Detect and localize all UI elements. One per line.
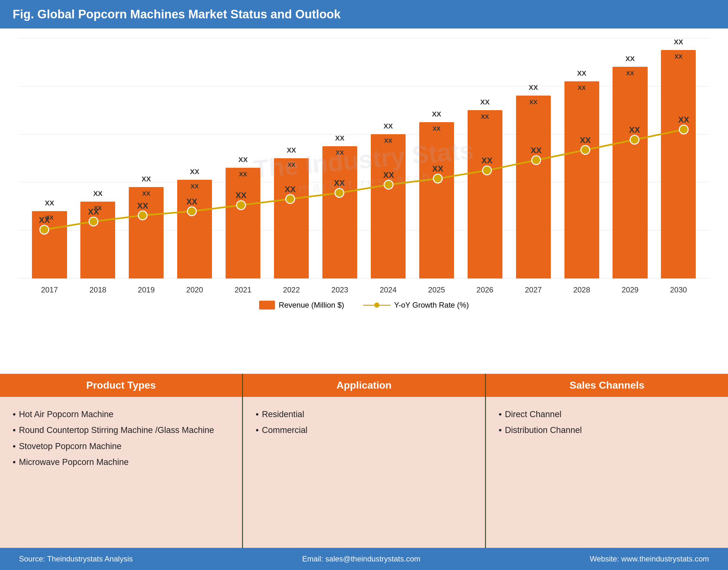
bar-value: XX [384, 137, 392, 144]
bar: XX [32, 211, 67, 279]
bar-group: XXXX [267, 38, 316, 279]
bar-top-label: XX [93, 190, 102, 198]
legend-revenue: Revenue (Million $) [259, 301, 344, 309]
legend-growth: Y-oY Growth Rate (%) [363, 301, 469, 309]
panel-product-types: Product Types Hot Air Popcorn MachineRou… [0, 374, 243, 548]
bar-group: XXXX [74, 38, 122, 279]
bar-group: XXXX [558, 38, 606, 279]
x-axis-label: 2030 [654, 285, 703, 294]
bar-group: XXXX [122, 38, 170, 279]
bar-group: XXXX [412, 38, 461, 279]
bar-top-label: XX [238, 156, 248, 164]
bar-group: XXXX [654, 38, 703, 279]
bar-top-label: XX [577, 69, 586, 77]
bar-group: XXXX [461, 38, 509, 279]
x-axis-label: 2018 [74, 285, 122, 294]
panel-sales-channels: Sales Channels Direct ChannelDistributio… [486, 374, 728, 548]
panel-application-content: ResidentialCommercial [243, 397, 485, 548]
chart-header: Fig. Global Popcorn Machines Market Stat… [0, 0, 728, 28]
list-item: Microwave Popcorn Machine [13, 454, 230, 470]
bar-top-label: XX [626, 55, 635, 63]
chart-legend: Revenue (Million $) Y-oY Growth Rate (%) [19, 297, 709, 315]
bar: XX [322, 146, 357, 279]
footer-website: Website: www.theindustrystats.com [590, 555, 709, 563]
bar-value: XX [336, 150, 344, 156]
x-axis-label: 2029 [606, 285, 654, 294]
legend-line-segment [363, 305, 374, 306]
chart-title: Fig. Global Popcorn Machines Market Stat… [13, 8, 341, 21]
list-item: Distribution Channel [498, 422, 715, 438]
main-container: Fig. Global Popcorn Machines Market Stat… [0, 0, 728, 570]
list-item: Round Countertop Stirring Machine /Glass… [13, 422, 230, 438]
bar-top-label: XX [287, 146, 296, 155]
footer-email: Email: sales@theindustrystats.com [302, 555, 420, 563]
bar-top-label: XX [190, 168, 199, 176]
chart-section: The Industry Stats market research XXXXX… [0, 28, 728, 374]
bar-value: XX [142, 190, 150, 197]
bar-group: XXXX [316, 38, 364, 279]
footer-source: Source: Theindustrystats Analysis [19, 555, 133, 563]
x-axis-label: 2022 [267, 285, 316, 294]
bar-top-label: XX [674, 38, 683, 46]
bar-value: XX [191, 183, 199, 190]
legend-line-segment2 [379, 305, 390, 306]
sales-channels-list: Direct ChannelDistribution Channel [498, 406, 715, 438]
bar-group: XXXX [170, 38, 219, 279]
x-axis-label: 2024 [364, 285, 412, 294]
bar: XX [177, 180, 212, 279]
legend-dot [374, 303, 379, 308]
bar: XX [419, 122, 454, 279]
x-axis-label: 2019 [122, 285, 170, 294]
x-axis-label: 2027 [509, 285, 558, 294]
bar-value: XX [287, 162, 295, 169]
list-item: Hot Air Popcorn Machine [13, 406, 230, 422]
x-axis-label: 2026 [461, 285, 509, 294]
bar-group: XXXX [364, 38, 412, 279]
bar-value: XX [481, 113, 489, 120]
bar-value: XX [626, 70, 634, 77]
bar: XX [371, 134, 406, 279]
panel-application: Application ResidentialCommercial [243, 374, 486, 548]
x-axis-label: 2020 [170, 285, 219, 294]
bottom-section: Product Types Hot Air Popcorn MachineRou… [0, 374, 728, 548]
bar-top-label: XX [480, 98, 489, 106]
bar: XX [226, 168, 260, 279]
bar: XX [129, 187, 163, 279]
x-axis-label: 2021 [219, 285, 267, 294]
product-types-list: Hot Air Popcorn MachineRound Countertop … [13, 406, 230, 470]
bar-top-label: XX [142, 175, 151, 183]
bar-top-label: XX [45, 199, 54, 207]
bar-value: XX [46, 214, 53, 221]
bar-value: XX [578, 84, 586, 91]
bars-area: XXXXXXXXXXXXXXXXXXXXXXXXXXXXXXXXXXXXXXXX… [19, 38, 709, 279]
bar: XX [468, 110, 502, 279]
bar: XX [565, 81, 599, 279]
x-axis-label: 2017 [25, 285, 74, 294]
panel-product-types-content: Hot Air Popcorn MachineRound Countertop … [0, 397, 242, 548]
x-axis-label: 2028 [558, 285, 606, 294]
footer: Source: Theindustrystats Analysis Email:… [0, 548, 728, 570]
bar-group: XXXX [25, 38, 74, 279]
list-item: Residential [256, 406, 472, 422]
bar-value: XX [432, 125, 440, 132]
bar: XX [661, 50, 696, 279]
bar-value: XX [94, 205, 102, 212]
x-axis-label: 2023 [316, 285, 364, 294]
bar-top-label: XX [383, 122, 393, 130]
application-list: ResidentialCommercial [256, 406, 472, 438]
bar: XX [516, 95, 551, 279]
panel-sales-channels-header: Sales Channels [486, 374, 728, 397]
bar-top-label: XX [432, 110, 441, 118]
bar-top-label: XX [335, 134, 344, 142]
list-item: Stovetop Popcorn Machine [13, 438, 230, 454]
bar-group: XXXX [509, 38, 558, 279]
bar: XX [80, 202, 115, 279]
bar: XX [613, 67, 647, 279]
x-axis: 2017201820192020202120222023202420252026… [19, 285, 709, 294]
bar-value: XX [239, 171, 247, 178]
bar-group: XXXX [606, 38, 654, 279]
list-item: Commercial [256, 422, 472, 438]
panel-application-header: Application [243, 374, 485, 397]
chart-inner: The Industry Stats market research XXXXX… [19, 38, 709, 297]
panel-sales-channels-content: Direct ChannelDistribution Channel [486, 397, 728, 548]
